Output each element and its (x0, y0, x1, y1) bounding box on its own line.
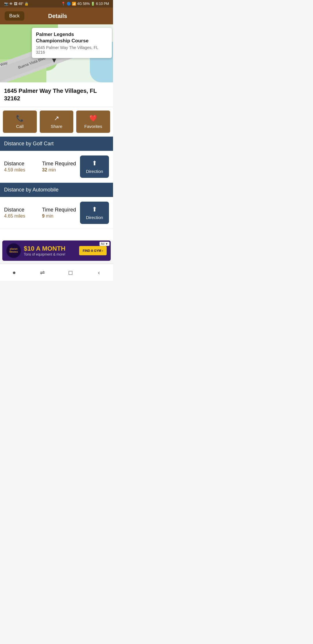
auto-distance-value: 4.65 miles (4, 214, 42, 219)
page-title: Details (24, 13, 91, 19)
automobile-distance-row: Distance 4.65 miles Time Required 9 min … (0, 197, 113, 229)
favorites-button[interactable]: ❤️ Favorites (76, 111, 110, 133)
map-area[interactable]: Buena Vista Blvd d Way ▼ Palmer Legends … (0, 24, 113, 82)
status-right: 📍 🔵 📶 4G 58% 🔋 6:10 PM (61, 2, 109, 6)
popup-title: Palmer Legends Championship Course (36, 31, 108, 44)
nav-recents-button[interactable]: ⇌ (37, 268, 48, 277)
golf-cart-time-info: Time Required 32 min (42, 161, 80, 173)
popup-address: 1645 Palmer Way The Villages, FL 3216 (36, 45, 108, 55)
nav-back-button[interactable]: ‹ (93, 268, 105, 277)
map-popup: Palmer Legends Championship Course 1645 … (32, 28, 112, 58)
auto-time-value: 9 min (42, 214, 80, 219)
auto-direction-label: Direction (86, 215, 103, 220)
ad-price: $10 A MONTH (24, 245, 76, 252)
spacer (0, 229, 113, 240)
golf-cart-direction-button[interactable]: ⬆ Direction (80, 155, 109, 178)
ad-cta[interactable]: FIND A GYM › (79, 246, 107, 255)
direction-icon-auto: ⬆ (92, 206, 97, 213)
golf-cart-distance-value: 4.59 miles (4, 167, 42, 173)
direction-icon-golf: ⬆ (92, 160, 97, 167)
address-text: 1645 Palmer Way The Villages, FL 32162 (4, 87, 109, 102)
golf-cart-distance-info: Distance 4.59 miles (4, 161, 42, 173)
status-icons-left: 📷 👁 🖼 48° 🔒 (4, 2, 29, 6)
ad-sub: Tons of equipment & more! (24, 252, 76, 256)
ad-logo: planet fitness (6, 243, 21, 258)
auto-time-unit: min (45, 214, 53, 218)
call-button[interactable]: 📞 Call (3, 111, 37, 133)
auto-distance-info: Distance 4.65 miles (4, 207, 42, 219)
ad-label: Ad ▼ (99, 242, 110, 246)
golf-cart-time-unit: min (47, 167, 56, 172)
address-section: 1645 Palmer Way The Villages, FL 32162 (0, 82, 113, 107)
call-icon: 📞 (16, 115, 24, 122)
auto-time-label: Time Required (42, 207, 80, 213)
auto-direction-button[interactable]: ⬆ Direction (80, 202, 109, 224)
bottom-nav: ● ⇌ ◻ ‹ (0, 264, 113, 281)
golf-cart-section-header: Distance by Golf Cart (0, 137, 113, 151)
nav-overview-button[interactable]: ◻ (65, 268, 77, 277)
ad-banner[interactable]: Ad ▼ planet fitness $10 A MONTH Tons of … (2, 240, 111, 261)
status-left: 📷 👁 🖼 48° 🔒 (4, 2, 29, 6)
auto-time-bold: 9 (42, 214, 45, 218)
golf-cart-direction-label: Direction (86, 169, 103, 174)
golf-cart-time-value: 32 min (42, 167, 80, 173)
golf-cart-distance-label: Distance (4, 161, 42, 167)
golf-cart-time-bold: 32 (42, 167, 47, 172)
heart-icon: ❤️ (89, 115, 97, 122)
ad-content: $10 A MONTH Tons of equipment & more! (24, 245, 76, 256)
call-label: Call (16, 124, 23, 129)
back-button[interactable]: Back (5, 11, 24, 21)
automobile-section-header: Distance by Automobile (0, 183, 113, 197)
share-button[interactable]: ↗ Share (40, 111, 74, 133)
auto-time-info: Time Required 9 min (42, 207, 80, 219)
header: Back Details (0, 8, 113, 24)
share-icon: ↗ (54, 115, 59, 122)
status-bar: 📷 👁 🖼 48° 🔒 📍 🔵 📶 4G 58% 🔋 6:10 PM (0, 0, 113, 8)
share-label: Share (51, 124, 62, 129)
nav-home-button[interactable]: ● (8, 268, 20, 277)
auto-distance-label: Distance (4, 207, 42, 213)
status-icons-right: 📍 🔵 📶 4G 58% 🔋 6:10 PM (61, 2, 109, 6)
golf-cart-distance-row: Distance 4.59 miles Time Required 32 min… (0, 151, 113, 183)
golf-cart-time-label: Time Required (42, 161, 80, 167)
favorites-label: Favorites (84, 124, 102, 129)
action-buttons: 📞 Call ↗ Share ❤️ Favorites (0, 107, 113, 137)
